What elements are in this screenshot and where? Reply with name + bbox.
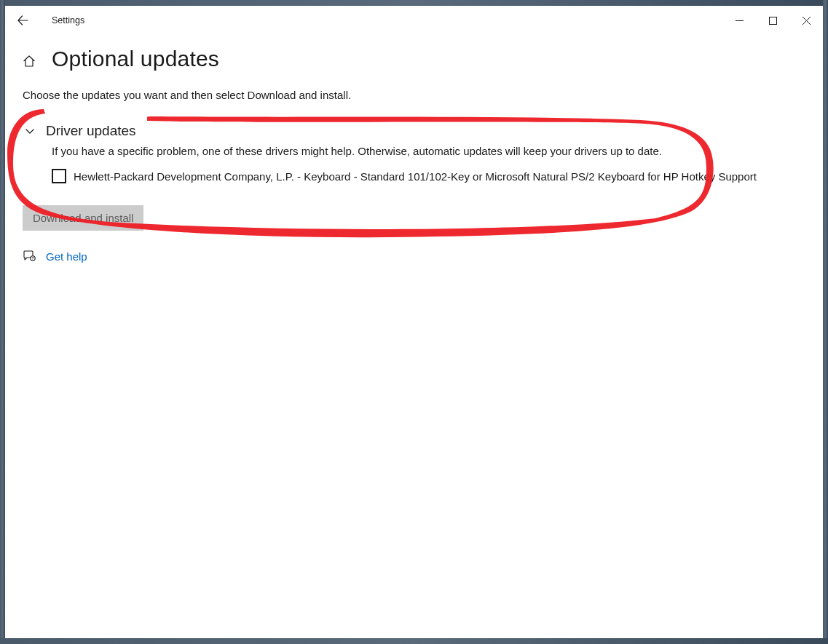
back-button[interactable]	[15, 13, 30, 28]
chevron-down-icon	[23, 124, 37, 138]
window-border-bottom	[0, 638, 828, 644]
svg-text:?: ?	[32, 257, 34, 261]
page-instruction: Choose the updates you want and then sel…	[23, 89, 805, 101]
help-label: Get help	[46, 250, 87, 263]
get-help-link[interactable]: ? Get help	[23, 250, 805, 263]
minimize-icon	[736, 17, 744, 25]
home-icon	[23, 55, 36, 68]
section-description: If you have a specific problem, one of t…	[52, 145, 805, 157]
maximize-icon	[769, 17, 777, 25]
update-item: Hewlett-Packard Development Company, L.P…	[52, 169, 805, 183]
download-install-button[interactable]: Download and install	[23, 205, 143, 231]
close-button[interactable]	[789, 6, 823, 35]
arrow-left-icon	[17, 15, 28, 26]
window-border-top	[0, 0, 828, 6]
page-title: Optional updates	[52, 47, 219, 71]
close-icon	[803, 17, 811, 25]
svg-rect-1	[769, 17, 776, 24]
titlebar: Settings	[5, 6, 823, 35]
minimize-button[interactable]	[722, 6, 756, 35]
window-title: Settings	[52, 15, 84, 25]
chat-help-icon: ?	[23, 250, 36, 263]
window-border-right	[823, 0, 828, 644]
update-label: Hewlett-Packard Development Company, L.P…	[74, 170, 757, 183]
driver-updates-section-header[interactable]: Driver updates	[23, 123, 805, 139]
window-border-left	[0, 0, 5, 644]
section-title: Driver updates	[46, 123, 136, 139]
update-checkbox[interactable]	[52, 169, 66, 183]
home-button[interactable]	[23, 55, 36, 68]
maximize-button[interactable]	[756, 6, 789, 35]
